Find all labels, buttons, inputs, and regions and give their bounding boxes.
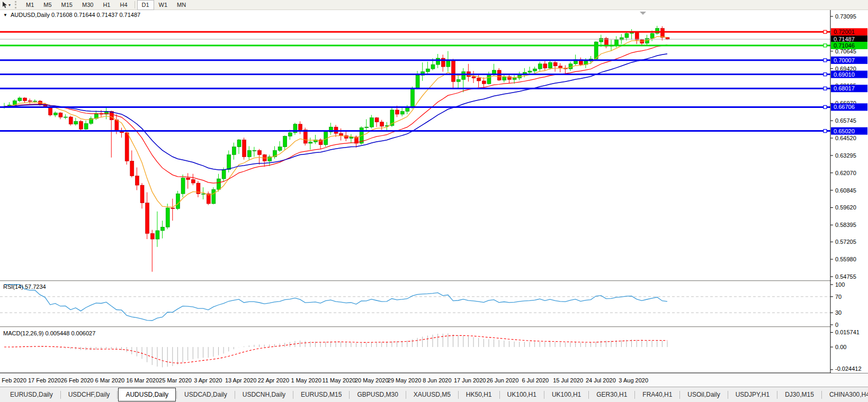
candle-body <box>64 117 68 117</box>
candle-body <box>446 60 450 67</box>
candle-body <box>309 142 312 143</box>
price-tick-label: 0.58395 <box>835 222 856 228</box>
cursor-tool-button[interactable]: ▾ <box>0 1 13 10</box>
tab-separator <box>499 391 500 399</box>
chart-tab-usoil-daily[interactable]: USOil,Daily <box>681 389 727 400</box>
tab-separator <box>728 391 728 399</box>
candle-body <box>396 110 399 114</box>
candle-body <box>166 208 169 227</box>
candle-body <box>370 118 373 127</box>
candle-body <box>482 81 486 84</box>
triangle-down-icon[interactable]: ▼ <box>3 12 7 18</box>
timeframe-button-w1[interactable]: W1 <box>154 0 173 10</box>
candle-body <box>33 101 37 102</box>
date-axis-label: 17 Feb 2020 <box>28 377 61 383</box>
chart-tab-uk100-h1[interactable]: UK100,H1 <box>545 389 588 400</box>
timeframe-button-m1[interactable]: M1 <box>21 0 39 10</box>
candle-body <box>69 117 73 124</box>
candle-body <box>212 189 216 204</box>
chart-title: ▼ AUDUSD,Daily 0.71608 0.71644 0.71437 0… <box>3 12 140 18</box>
candle-body <box>156 231 159 239</box>
candle-body <box>186 178 190 180</box>
date-axis-label: 26 Jun 2020 <box>487 377 519 383</box>
candle-body <box>477 78 481 81</box>
line-anchor-handle <box>824 44 827 47</box>
candle-body <box>222 170 226 179</box>
price-tick-label: 0.54755 <box>835 273 856 280</box>
chart-tab-usdcnh-daily[interactable]: USDCNH,Daily <box>236 389 292 400</box>
chart-tab-usdjpy-h1[interactable]: USDJPY,H1 <box>729 389 776 400</box>
date-axis-label: 17 Jun 2020 <box>454 377 486 383</box>
candle-body <box>528 71 532 72</box>
macd-tick-label: 0.00 <box>835 344 846 350</box>
candle-body <box>426 69 429 71</box>
candle-body <box>59 113 62 117</box>
timeframe-toolbar: ▾ M1M5M15M30H1H4D1W1MN <box>0 0 868 10</box>
tab-separator <box>235 391 235 399</box>
candle-body <box>288 133 292 136</box>
date-axis-label: 29 May 2020 <box>388 377 422 383</box>
candle-body <box>380 122 384 126</box>
candle-body <box>533 69 537 71</box>
price-tick-label: 0.62070 <box>835 170 856 176</box>
price-tick-label: 0.57205 <box>835 239 856 245</box>
chart-tab-uk100-h1[interactable]: UK100,H1 <box>500 389 543 400</box>
timeframe-button-d1[interactable]: D1 <box>137 0 154 10</box>
price-tick-label: 0.60845 <box>835 187 856 194</box>
chart-tab-audusd-daily[interactable]: AUDUSD,Daily <box>118 388 176 401</box>
candle-body <box>436 58 440 65</box>
chart-tab-eurusd-m15[interactable]: EURUSD,M15 <box>294 389 348 400</box>
line-anchor-handle <box>824 73 827 76</box>
tab-separator <box>544 391 544 399</box>
timeframe-button-m30[interactable]: M30 <box>77 0 98 10</box>
candle-body <box>53 113 57 115</box>
line-anchor-handle <box>824 59 827 62</box>
candle-body <box>594 42 598 59</box>
chart-tab-gbpusd-m30[interactable]: GBPUSD,M30 <box>350 389 405 400</box>
candle-body <box>74 121 78 124</box>
timeframe-button-h4[interactable]: H4 <box>115 0 132 10</box>
timeframe-button-mn[interactable]: MN <box>172 0 191 10</box>
candle-body <box>227 154 231 169</box>
chart-tab-hk50-h1[interactable]: HK50,H1 <box>459 389 499 400</box>
candle-body <box>375 118 379 122</box>
timeframe-button-m15[interactable]: M15 <box>57 0 77 10</box>
date-axis-label: 7 Feb 2020 <box>0 377 26 383</box>
toolbar-grip[interactable] <box>15 1 18 8</box>
tab-separator <box>293 391 293 399</box>
price-level-badge-label: 0.70007 <box>834 57 855 63</box>
date-axis-label: 15 Jul 2020 <box>553 377 583 383</box>
candle-body <box>217 179 220 189</box>
candle-body <box>615 40 619 45</box>
candle-body <box>625 33 629 38</box>
candle-body <box>543 64 547 68</box>
candle-body <box>487 74 491 84</box>
chart-tab-eurusd-daily[interactable]: EURUSD,Daily <box>3 389 60 400</box>
price-chart[interactable]: 0.730950.718700.706450.694200.681950.669… <box>0 10 868 387</box>
rsi-tick-label: 100 <box>835 281 845 288</box>
candle-body <box>406 108 409 112</box>
candle-body <box>431 65 435 69</box>
candle-body <box>125 133 129 161</box>
chart-tab-fra40-h1[interactable]: FRA40,H1 <box>636 389 679 400</box>
chart-tab-usdcad-daily[interactable]: USDCAD,Daily <box>177 389 234 400</box>
chart-tab-xauusd-m5[interactable]: XAUUSD,M5 <box>407 389 458 400</box>
chart-tab-china300-h4[interactable]: CHINA300,H4 <box>822 389 868 400</box>
timeframe-button-h1[interactable]: H1 <box>98 0 115 10</box>
rsi-tick-label: 0 <box>835 322 838 328</box>
chart-tab-usdchf-daily[interactable]: USDCHF,Daily <box>61 389 117 400</box>
chart-tab-ger30-h1[interactable]: GER30,H1 <box>589 389 634 400</box>
candle-body <box>410 89 414 108</box>
timeframe-button-m5[interactable]: M5 <box>39 0 56 10</box>
candle-body <box>283 136 287 147</box>
tab-separator <box>349 391 350 399</box>
date-axis-label: 25 Mar 2020 <box>159 377 192 383</box>
timeframe-buttons: M1M5M15M30H1H4D1W1MN <box>21 0 191 10</box>
tab-separator <box>634 391 635 399</box>
candle-body <box>635 33 639 40</box>
price-tick-label: 0.73095 <box>835 13 856 20</box>
candle-body <box>457 79 460 81</box>
candle-body <box>140 185 144 203</box>
chevron-down-icon[interactable]: ▾ <box>8 3 11 7</box>
chart-tab-dj30-m15[interactable]: DJ30,M15 <box>778 389 821 400</box>
